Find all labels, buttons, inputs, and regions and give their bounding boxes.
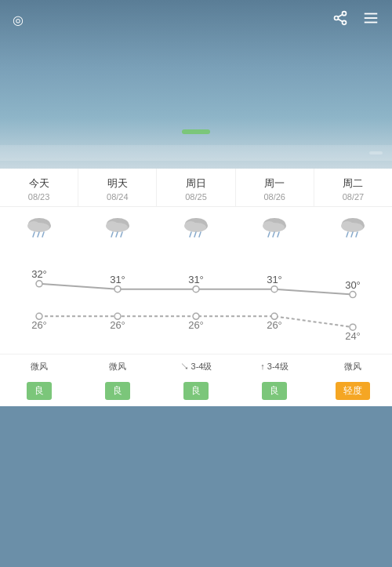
- svg-point-45: [36, 313, 42, 319]
- svg-line-20: [116, 232, 118, 237]
- svg-text:30°: 30°: [345, 279, 361, 291]
- svg-text:31°: 31°: [110, 274, 125, 285]
- temperature-value: [0, 45, 392, 115]
- svg-line-33: [268, 232, 270, 237]
- temperature-display: [0, 37, 392, 122]
- menu-icon[interactable]: [362, 9, 379, 31]
- wind-cell-4: 微风: [314, 361, 392, 373]
- day-name: 明天: [78, 176, 156, 191]
- day-name: 今天: [0, 176, 78, 191]
- svg-text:24°: 24°: [345, 330, 361, 342]
- svg-point-53: [193, 313, 199, 319]
- wind-cell-2: ↘ 3-4级: [157, 361, 235, 373]
- location-area[interactable]: ◎: [13, 13, 28, 27]
- svg-point-55: [271, 286, 278, 293]
- svg-line-35: [278, 232, 279, 237]
- svg-point-51: [193, 286, 199, 293]
- svg-line-12: [33, 232, 34, 237]
- svg-text:31°: 31°: [188, 274, 204, 285]
- wind-cell-3: ↑ 3-4级: [235, 361, 314, 373]
- svg-point-1: [335, 16, 339, 20]
- aqi-pill-1: 良: [105, 382, 130, 400]
- aqi-cell-3: 良: [235, 382, 314, 400]
- svg-line-4: [338, 14, 343, 16]
- svg-line-42: [356, 232, 358, 237]
- today-bar: [0, 145, 392, 161]
- svg-point-0: [343, 12, 347, 16]
- aqi-cell-0: 良: [0, 382, 78, 400]
- weather-icon-2: [157, 215, 235, 244]
- day-name: 周一: [236, 176, 314, 191]
- chart-area: 32°26°31°26°31°26°31°26°30°24°: [0, 252, 392, 354]
- svg-text:32°: 32°: [31, 268, 47, 280]
- svg-point-2: [343, 20, 347, 24]
- svg-line-27: [194, 232, 196, 237]
- aqi-pill-4: 轻度: [336, 382, 370, 400]
- share-icon[interactable]: [332, 10, 348, 30]
- svg-text:26°: 26°: [31, 319, 47, 331]
- day-date: 08/25: [157, 192, 234, 202]
- weather-icon-4: [314, 215, 392, 244]
- svg-point-18: [107, 223, 128, 232]
- aqi-row: [0, 129, 392, 145]
- svg-text:31°: 31°: [267, 274, 282, 285]
- day-name: 周日: [157, 176, 234, 191]
- wind-row: 微风微风↘ 3-4级↑ 3-4级微风: [0, 354, 392, 377]
- day-col-1: 明天08/24: [78, 169, 157, 206]
- svg-line-3: [338, 19, 343, 21]
- svg-point-43: [36, 281, 42, 287]
- svg-point-57: [271, 313, 278, 319]
- forecast-section: 今天08/23明天08/24周日08/25周一08/26周二08/27: [0, 169, 392, 406]
- forecast-link[interactable]: [369, 151, 383, 154]
- aqi-badge: [182, 129, 210, 134]
- svg-point-47: [114, 286, 121, 293]
- top-bar: ◎: [0, 0, 392, 37]
- location-icon: ◎: [13, 13, 24, 27]
- wind-cell-0: 微风: [0, 361, 78, 373]
- day-col-4: 周二08/27: [314, 169, 392, 206]
- aqi-bottom-row: 良良良良轻度: [0, 377, 392, 406]
- svg-point-61: [350, 324, 356, 330]
- svg-line-41: [351, 232, 353, 237]
- svg-point-25: [186, 223, 206, 232]
- svg-point-32: [264, 223, 285, 232]
- svg-point-39: [343, 223, 363, 232]
- day-date: 08/24: [78, 192, 156, 202]
- day-name: 周二: [314, 176, 392, 191]
- day-col-0: 今天08/23: [0, 169, 78, 206]
- svg-line-34: [273, 232, 274, 237]
- header-section: ◎: [0, 0, 392, 169]
- svg-line-14: [42, 232, 44, 237]
- aqi-pill-0: 良: [27, 382, 52, 400]
- aqi-cell-2: 良: [157, 382, 235, 400]
- icons-row: [0, 207, 392, 252]
- svg-line-13: [38, 232, 39, 237]
- svg-line-26: [190, 232, 191, 237]
- weather-icon-1: [78, 215, 157, 244]
- svg-text:26°: 26°: [188, 319, 204, 331]
- aqi-pill-3: 良: [262, 382, 287, 400]
- aqi-cell-1: 良: [78, 382, 157, 400]
- day-date: 08/26: [236, 192, 314, 202]
- days-header: 今天08/23明天08/24周日08/25周一08/26周二08/27: [0, 169, 392, 207]
- aqi-cell-4: 轻度: [314, 382, 392, 400]
- svg-point-59: [350, 292, 356, 298]
- day-col-2: 周日08/25: [157, 169, 235, 206]
- svg-line-28: [199, 232, 201, 237]
- svg-point-11: [29, 223, 49, 232]
- svg-point-49: [114, 313, 121, 319]
- svg-line-21: [121, 232, 122, 237]
- day-date: 08/27: [314, 192, 392, 202]
- aqi-pill-2: 良: [183, 382, 209, 400]
- weather-icon-3: [235, 215, 314, 244]
- wind-cell-1: 微风: [78, 361, 157, 373]
- weather-icon-0: [0, 215, 78, 244]
- svg-line-19: [111, 232, 113, 237]
- svg-line-40: [347, 232, 348, 237]
- svg-text:26°: 26°: [110, 319, 125, 331]
- top-icons: [332, 9, 379, 31]
- day-date: 08/23: [0, 192, 78, 202]
- svg-text:26°: 26°: [267, 319, 282, 331]
- day-col-3: 周一08/26: [236, 169, 314, 206]
